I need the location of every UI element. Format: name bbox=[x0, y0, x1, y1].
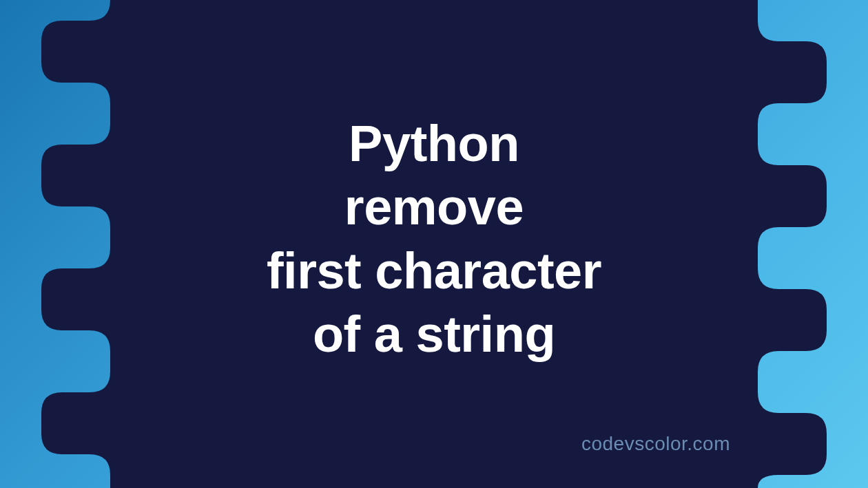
title-line-1: Python bbox=[267, 112, 601, 176]
title-line-3: first character bbox=[267, 239, 601, 303]
banner-container: Python remove first character of a strin… bbox=[0, 0, 868, 488]
title-line-2: remove bbox=[267, 176, 601, 240]
watermark-text: codevscolor.com bbox=[581, 433, 730, 455]
banner-title: Python remove first character of a strin… bbox=[267, 112, 601, 366]
title-line-4: of a string bbox=[267, 303, 601, 366]
